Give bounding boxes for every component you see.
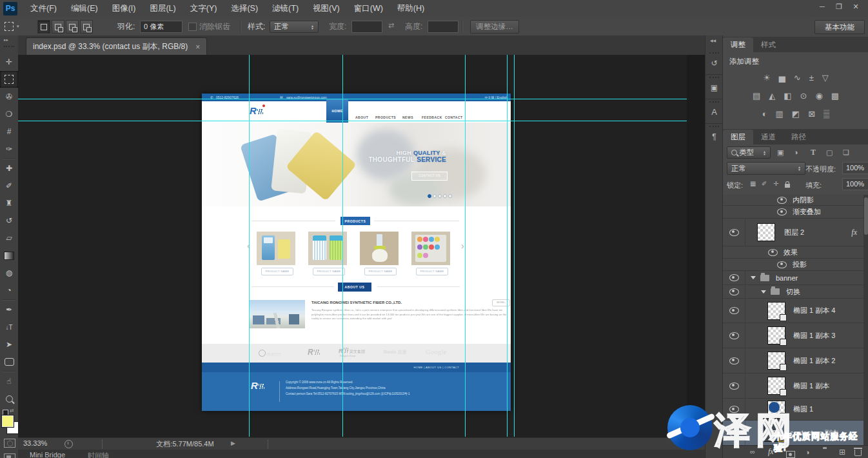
- minimize-button[interactable]: ─: [814, 0, 831, 13]
- guide-vertical[interactable]: [514, 55, 515, 437]
- filter-smart-objects-icon[interactable]: ❏: [843, 148, 849, 157]
- history-brush-tool[interactable]: ↺: [0, 212, 18, 229]
- visibility-eye-icon[interactable]: [777, 208, 787, 215]
- guide-vertical[interactable]: [465, 55, 466, 437]
- healing-brush-tool[interactable]: ✚: [0, 160, 18, 177]
- curves-icon[interactable]: ∿: [794, 73, 801, 83]
- workspace-button[interactable]: 基本功能: [814, 20, 865, 34]
- visibility-eye-icon[interactable]: [729, 332, 739, 339]
- add-to-selection-button[interactable]: [52, 20, 64, 34]
- layer-row-ellipse-copy2[interactable]: 椭圆 1 副本 2: [723, 348, 863, 373]
- style-select[interactable]: 正常: [270, 21, 319, 33]
- tab-timeline[interactable]: 时间轴: [88, 451, 109, 458]
- pen-tool[interactable]: ✒: [0, 301, 18, 318]
- lock-pixels-icon[interactable]: ✐: [762, 180, 767, 187]
- color-lookup-icon[interactable]: ▩: [831, 91, 839, 101]
- close-button[interactable]: ✕: [847, 0, 864, 13]
- filter-adjustment-layers-icon[interactable]: ◑: [794, 148, 798, 156]
- lock-position-icon[interactable]: ✛: [773, 180, 778, 187]
- guide-horizontal[interactable]: [18, 99, 687, 99]
- tab-channels[interactable]: 通道: [753, 130, 784, 144]
- default-swatches-icon[interactable]: [3, 410, 8, 415]
- menu-type[interactable]: 文字(Y): [183, 0, 224, 17]
- filter-shape-layers-icon[interactable]: ▢: [826, 148, 833, 157]
- width-input[interactable]: [351, 21, 382, 33]
- document-size-info[interactable]: 文档:5.77M/85.4M: [102, 439, 268, 449]
- properties-panel-icon[interactable]: ▣: [707, 81, 721, 94]
- tab-paths[interactable]: 路径: [784, 130, 814, 144]
- eraser-tool[interactable]: ▱: [0, 230, 18, 246]
- layer-effects-header[interactable]: 效果: [723, 246, 868, 259]
- move-tool[interactable]: ✛: [0, 54, 18, 70]
- path-selection-tool[interactable]: ➤: [0, 336, 18, 353]
- menu-filter[interactable]: 滤镜(T): [265, 0, 306, 17]
- filter-type-layers-icon[interactable]: T: [811, 148, 816, 157]
- layer-thumbnail[interactable]: [767, 352, 785, 370]
- toolbar-grip[interactable]: [4, 46, 14, 47]
- brush-tool[interactable]: ✐: [0, 177, 18, 194]
- visibility-eye-icon[interactable]: [729, 307, 739, 314]
- menu-image[interactable]: 图像(I): [105, 0, 143, 17]
- layer-group-qiehuan[interactable]: 切换: [723, 285, 863, 299]
- hand-tool[interactable]: ☝: [0, 373, 18, 390]
- invert-icon[interactable]: ◐: [762, 109, 767, 119]
- swap-dimensions-icon[interactable]: ⇄: [388, 21, 394, 30]
- guide-vertical[interactable]: [507, 55, 508, 437]
- group-expand-icon[interactable]: [751, 276, 756, 279]
- eyedropper-tool[interactable]: ✑: [0, 141, 18, 157]
- fill-value[interactable]: 100%: [842, 178, 868, 190]
- layer-effect-drop-shadow[interactable]: 投影: [723, 259, 868, 271]
- character-panel-icon[interactable]: A: [707, 105, 721, 119]
- menu-window[interactable]: 窗口(W): [347, 0, 390, 17]
- tab-styles[interactable]: 样式: [753, 37, 784, 52]
- rectangular-marquee-tool[interactable]: [0, 71, 18, 88]
- tool-preset-caret-icon[interactable]: ▾: [17, 24, 19, 29]
- guide-horizontal[interactable]: [18, 121, 687, 121]
- document-tab[interactable]: index.psd @ 33.3% (contact us 副本, RGB/8)…: [26, 37, 207, 55]
- toolbar-collapse-icon[interactable]: ▸▸: [4, 37, 8, 43]
- layer-row-ellipse-copy3[interactable]: 椭圆 1 副本 3: [723, 323, 863, 348]
- feather-input[interactable]: 0 像素: [140, 21, 182, 33]
- visibility-eye-icon[interactable]: [729, 383, 739, 390]
- menu-layer[interactable]: 图层(L): [143, 0, 182, 17]
- clone-stamp-tool[interactable]: ♜: [0, 195, 18, 212]
- visibility-eye-icon[interactable]: [729, 274, 739, 281]
- swap-swatches-icon[interactable]: ⇄: [10, 408, 14, 413]
- restore-button[interactable]: ❐: [831, 0, 847, 13]
- visibility-eye-icon[interactable]: [729, 288, 739, 295]
- posterize-icon[interactable]: ▥: [776, 109, 784, 119]
- layer-thumbnail[interactable]: [767, 326, 785, 344]
- layer-effect-gradient-overlay[interactable]: 渐变叠加: [723, 206, 868, 219]
- layer-group-banner[interactable]: banner: [723, 271, 863, 285]
- quick-mask-button[interactable]: [4, 439, 15, 448]
- foreground-color-swatch[interactable]: [2, 415, 14, 427]
- black-white-icon[interactable]: ◧: [784, 91, 791, 101]
- menu-file[interactable]: 文件(F): [23, 0, 64, 17]
- lock-transparent-icon[interactable]: ▦: [750, 180, 756, 187]
- crop-tool[interactable]: #: [0, 123, 18, 140]
- type-tool[interactable]: ↓T: [0, 319, 18, 335]
- layers-scrollbar[interactable]: [863, 195, 868, 445]
- blur-tool[interactable]: ◍: [0, 264, 18, 281]
- gradient-tool[interactable]: [0, 247, 18, 264]
- intersect-selection-button[interactable]: [80, 20, 93, 34]
- menu-help[interactable]: 帮助(H): [390, 0, 431, 17]
- layer-row-layer2[interactable]: 图层 2 fx: [723, 219, 863, 246]
- new-selection-button[interactable]: [37, 20, 50, 34]
- blend-mode-select[interactable]: 正常: [727, 162, 805, 175]
- hue-saturation-icon[interactable]: ▤: [753, 91, 760, 101]
- lock-all-icon[interactable]: [785, 179, 790, 190]
- zoom-level[interactable]: 33.33%: [23, 439, 47, 447]
- menu-edit[interactable]: 编辑(E): [64, 0, 105, 17]
- menu-view[interactable]: 视图(V): [306, 0, 347, 17]
- layer-thumbnail[interactable]: [767, 302, 785, 320]
- photo-filter-icon[interactable]: ⊙: [800, 91, 807, 101]
- levels-icon[interactable]: ▅: [779, 73, 785, 83]
- status-expand-icon[interactable]: ▶: [231, 440, 235, 446]
- refine-edge-button[interactable]: 调整边缘…: [470, 20, 519, 34]
- shape-tool[interactable]: [0, 353, 18, 370]
- layer-filter-select[interactable]: 类型: [727, 146, 771, 159]
- visibility-eye-icon[interactable]: [777, 197, 787, 204]
- brightness-contrast-icon[interactable]: ☀: [763, 73, 771, 83]
- layer-thumbnail[interactable]: [757, 223, 775, 241]
